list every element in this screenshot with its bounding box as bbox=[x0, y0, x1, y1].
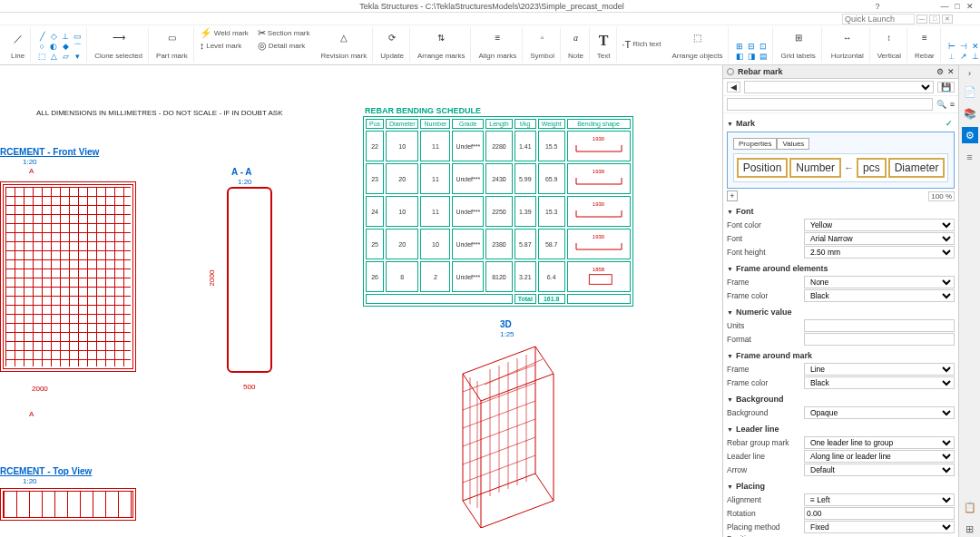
panel-expand-icon[interactable]: › bbox=[968, 69, 971, 78]
background-select[interactable]: Opaque bbox=[804, 406, 955, 419]
front-view-rebar bbox=[0, 181, 136, 372]
tab-settings-icon[interactable]: ⚙ bbox=[962, 127, 978, 143]
frame-elements-header[interactable]: Frame around elements bbox=[727, 262, 955, 275]
properties-panel: Rebar mark ⚙ ✕ ◀ 💾 🔍 ≡ Mark✓ Properties … bbox=[722, 65, 958, 537]
zoom-value[interactable]: 100 % bbox=[928, 191, 955, 201]
minimize-icon[interactable]: — bbox=[938, 0, 951, 13]
line-button[interactable]: ／Line bbox=[9, 32, 26, 61]
tab-doc-icon[interactable]: 📄 bbox=[962, 83, 978, 100]
mark-section-header[interactable]: Mark bbox=[736, 119, 755, 128]
arrow-select[interactable]: Default bbox=[804, 464, 955, 476]
table-row: 241011Undef***22501.3915.31930 bbox=[366, 196, 631, 227]
dim-2000: 2000 bbox=[32, 385, 48, 393]
filter-input[interactable] bbox=[727, 98, 933, 111]
placing-method-select[interactable]: Fixed bbox=[804, 521, 955, 533]
help-icon[interactable]: ? bbox=[871, 0, 884, 13]
maximize-icon[interactable]: □ bbox=[951, 0, 964, 13]
token-position[interactable]: Position bbox=[737, 158, 789, 178]
front-view-title: RCEMENT - Front View bbox=[0, 147, 99, 157]
leader-section-header[interactable]: Leader line bbox=[727, 423, 955, 435]
background-section-header[interactable]: Background bbox=[727, 393, 955, 405]
section-aa-rebar bbox=[227, 187, 272, 373]
close-icon[interactable]: ✕ bbox=[964, 0, 976, 13]
leader-line-select[interactable]: Along line or leader line bbox=[804, 450, 955, 463]
grid-labels-button[interactable]: ⊞Grid labels bbox=[779, 32, 817, 61]
table-row: 2682Undef***81203.216.41858 bbox=[366, 261, 631, 292]
format-input[interactable] bbox=[804, 333, 955, 346]
token-diameter[interactable]: Diameter bbox=[888, 158, 946, 178]
dim-tools[interactable]: ⊢⊣✕⟂↗⊥ bbox=[946, 42, 980, 61]
search-icon[interactable]: 🔍 bbox=[936, 100, 946, 109]
token-pcs[interactable]: pcs bbox=[857, 158, 887, 178]
section-aa-title: A - A bbox=[231, 167, 252, 177]
arrange-marks-button[interactable]: ⇅Arrange marks bbox=[416, 32, 466, 61]
mark-editor[interactable]: Properties Values Position Number ← pcs … bbox=[727, 132, 955, 189]
tab-list-icon[interactable]: ≡ bbox=[962, 149, 978, 165]
revision-mark-button[interactable]: △Revision mark bbox=[319, 32, 369, 61]
list-icon[interactable]: ≡ bbox=[950, 100, 955, 109]
panel-close-icon[interactable]: ✕ bbox=[947, 67, 955, 76]
tab-grid-icon[interactable]: ⊞ bbox=[962, 521, 978, 537]
frame-mark-header[interactable]: Frame around mark bbox=[727, 349, 955, 362]
align-marks-button[interactable]: ≡Align marks bbox=[476, 32, 518, 61]
three-d-title: 3D bbox=[500, 319, 512, 329]
frame-el-select[interactable]: None bbox=[804, 276, 955, 288]
font-section-header[interactable]: Font bbox=[727, 205, 955, 218]
table-row: 232011Undef***24305.9965.91939 bbox=[366, 163, 631, 194]
text-button[interactable]: TText bbox=[595, 32, 612, 61]
drawing-canvas[interactable]: ALL DIMENSIONS IN MILLIMETRES - DO NOT S… bbox=[0, 65, 722, 537]
alignment-select[interactable]: ≡ Left bbox=[804, 493, 955, 506]
shape-tools[interactable]: ╱◇⊥▭ ○◐◆⌒ ⬚△▱▾ bbox=[36, 32, 83, 61]
rotation-input[interactable] bbox=[804, 507, 955, 520]
quick-launch-bar: — □ ✕ bbox=[0, 13, 980, 25]
tab-values[interactable]: Values bbox=[777, 138, 809, 150]
token-number[interactable]: Number bbox=[789, 158, 841, 178]
frame-mark-color-select[interactable]: Black bbox=[804, 376, 955, 389]
note-button[interactable]: aNote bbox=[566, 32, 585, 61]
ql-min-icon[interactable]: — bbox=[916, 15, 927, 24]
placing-section-header[interactable]: Placing bbox=[727, 480, 955, 493]
tab-properties[interactable]: Properties bbox=[733, 138, 777, 150]
frame-el-color-select[interactable]: Black bbox=[804, 289, 955, 302]
misc-tools[interactable]: ⊞⊟⊡◧◨▤ bbox=[734, 42, 769, 61]
arrange-objects-button[interactable]: ⬚Arrange objects bbox=[670, 32, 724, 61]
quick-launch-input[interactable] bbox=[842, 14, 915, 24]
tab-layers-icon[interactable]: 📚 bbox=[962, 105, 978, 122]
frame-mark-select[interactable]: Line bbox=[804, 363, 955, 376]
detail-mark-button[interactable]: ◎Detail mark bbox=[258, 40, 305, 52]
level-mark-button[interactable]: ↕Level mark bbox=[200, 40, 242, 51]
vertical-button[interactable]: ↕Vertical bbox=[876, 32, 903, 61]
weld-mark-button[interactable]: ⚡Weld mark bbox=[200, 27, 249, 39]
panel-pin-icon[interactable] bbox=[727, 68, 734, 75]
add-token-button[interactable]: + bbox=[727, 190, 738, 201]
side-tabs: › 📄 📚 ⚙ ≡ 📋 ⊞ bbox=[958, 65, 980, 537]
font-color-select[interactable]: Yellow bbox=[804, 219, 955, 231]
symbol-button[interactable]: ▫Symbol bbox=[528, 32, 556, 61]
rebar-group-mark-select[interactable]: One leader line to group bbox=[804, 436, 955, 449]
schedule-title: REBAR BENDING SCHEDULE bbox=[363, 105, 633, 116]
table-row: 252010Undef***23805.8758.71930 bbox=[366, 229, 631, 259]
ql-max-icon[interactable]: □ bbox=[929, 15, 940, 24]
horizontal-button[interactable]: ↔Horizontal bbox=[829, 32, 866, 61]
numeric-section-header[interactable]: Numeric value bbox=[727, 306, 955, 318]
part-mark-button[interactable]: ▭Part mark bbox=[154, 32, 190, 61]
rich-text-button[interactable]: ·TRich text bbox=[622, 39, 662, 50]
ribbon: ／Line ╱◇⊥▭ ○◐◆⌒ ⬚△▱▾ ⟶Clone selected ▭Pa… bbox=[0, 25, 980, 65]
font-select[interactable]: Arial Narrow bbox=[804, 232, 955, 245]
back-icon[interactable]: ◀ bbox=[727, 82, 740, 93]
rebar-schedule-table: REBAR BENDING SCHEDULE PosDiameterNumber… bbox=[363, 105, 633, 307]
rebar-button[interactable]: ≡Rebar bbox=[913, 32, 936, 61]
panel-settings-icon[interactable]: ⚙ bbox=[936, 67, 944, 76]
section-mark-button[interactable]: ✂Section mark bbox=[258, 27, 310, 39]
preset-select[interactable] bbox=[744, 81, 934, 93]
app-title: Tekla Structures - C:\TeklaStructuresMod… bbox=[113, 2, 871, 11]
tab-clip-icon[interactable]: 📋 bbox=[962, 499, 978, 515]
ql-close-icon[interactable]: ✕ bbox=[942, 15, 953, 24]
table-row: 221011Undef***22801.4115.51930 bbox=[366, 131, 631, 161]
units-input[interactable] bbox=[804, 319, 955, 332]
font-height-select[interactable]: 2.50 mm bbox=[804, 246, 955, 259]
update-button[interactable]: ⟳Update bbox=[378, 32, 406, 61]
clone-selected-button[interactable]: ⟶Clone selected bbox=[93, 32, 144, 61]
panel-header: Rebar mark ⚙ ✕ bbox=[723, 65, 958, 79]
save-preset-icon[interactable]: 💾 bbox=[937, 82, 955, 93]
